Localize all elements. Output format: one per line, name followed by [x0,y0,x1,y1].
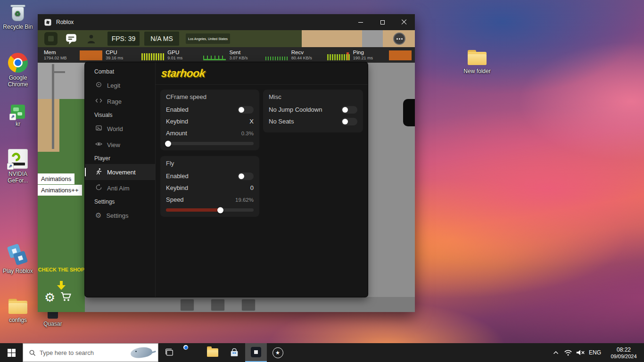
folder-icon [8,299,28,315]
shop-cart-icon[interactable] [60,291,72,304]
store-bag-icon [230,348,239,357]
search-highlight-image[interactable] [128,345,156,361]
tray-clock[interactable]: 08:22 09/09/2024 [603,343,644,362]
tray-show-hidden-icons[interactable] [550,343,562,362]
desktop-icon-configs[interactable]: configs [0,296,36,324]
game-viewport: Animations Animations++ CHECK THE SHOP F… [38,30,415,312]
desktop-icon-label: Quasar [43,321,62,328]
fly-speed-slider[interactable] [166,208,254,212]
taskbar-quasar-button[interactable] [267,343,289,362]
desktop-icon-new-folder[interactable]: New folder [459,47,495,75]
clock-date: 09/09/2024 [611,354,636,359]
sidebar-item-movement[interactable]: Movement [85,164,155,180]
sidebar-item-view[interactable]: View [85,137,155,153]
window-titlebar: Roblox [38,14,415,30]
ping-graph [388,49,413,61]
group-title: Misc [269,93,357,100]
no-jump-cooldown-toggle[interactable] [341,106,357,114]
game-scene-sky-patch [362,30,383,47]
sidebar-section-settings: Settings [85,196,155,207]
tray-language-indicator[interactable]: ENG [586,343,603,362]
wifi-icon [564,349,572,356]
roblox-window: Roblox Animations Animations [38,14,415,312]
minimize-button[interactable] [350,14,372,30]
maximize-button[interactable] [372,14,393,30]
sidebar-item-rage[interactable]: Rage [85,93,155,109]
roblox-app-icon [44,19,51,26]
recycle-bin-icon [11,4,25,22]
performance-bar: Mem1794.02 MB CPU39.16 ms GPU9.01 ms Sen… [38,47,415,63]
nvidia-icon [8,149,28,169]
search-input[interactable] [40,349,128,356]
desktop-icon-label: kr [16,121,20,128]
metric-mem: Mem1794.02 MB [44,49,106,61]
game-settings-gear-icon[interactable] [44,291,55,304]
mem-graph [79,49,103,61]
taskbar-search-box[interactable] [23,343,158,362]
desktop-icon-nvidia-geforce[interactable]: NVIDIA GeFor... [0,149,36,184]
desktop-icon-play-roblox[interactable]: Play Roblox [0,244,36,275]
clock-time: 08:22 [617,346,631,353]
desktop-icon-kr[interactable]: kr [0,105,36,128]
start-button[interactable] [0,343,23,362]
hotbar-slot[interactable] [241,299,256,311]
tray-network-button[interactable] [562,343,574,362]
chat-icon[interactable] [65,33,77,47]
desktop-icon-google-chrome[interactable]: Google Chrome [0,53,36,88]
cpu-graph [140,49,165,61]
game-scene-lamp-pole [52,64,54,149]
volume-muted-icon [576,349,585,356]
gear-icon [95,212,101,219]
task-view-icon [165,348,174,357]
desktop-icon-recycle-bin[interactable]: Recycle Bin [0,4,36,31]
ping-ms-badge: N/A MS [144,32,179,46]
cframe-amount-value: 0.3% [241,131,254,136]
cframe-keybind-value[interactable]: X [249,118,254,125]
desktop-icon-label: New folder [463,68,490,75]
cheat-header: starhook [156,62,368,85]
hotbar-slot[interactable] [211,299,225,311]
hotbar-slot[interactable] [180,299,194,311]
taskbar-roblox-active-button[interactable] [245,343,267,362]
world-frame-icon [95,124,102,133]
metric-cpu: CPU39.16 ms [106,49,167,61]
close-button[interactable] [393,14,415,30]
kr-icon [11,105,25,119]
task-view-button[interactable] [158,343,180,362]
taskbar: ENG 08:22 09/09/2024 [0,343,644,362]
windows-logo-icon [8,349,16,357]
sidebar-item-legit[interactable]: Legit [85,77,155,93]
group-fly: Fly Enabled Keybind 0 Sp [160,156,259,217]
chrome-icon [8,53,28,73]
more-options-button[interactable] [393,33,405,45]
screen: Recycle Bin Google Chrome kr NVIDIA GeFo… [0,0,644,362]
metric-recv: Recv80.44 KB/s [291,49,353,61]
recv-graph [326,49,351,61]
maximize-icon [380,20,385,25]
sidebar-item-world[interactable]: World [85,121,155,137]
taskbar-file-explorer-button[interactable] [202,343,223,362]
sidebar-item-settings[interactable]: Settings [85,207,155,223]
fly-keybind-value[interactable]: 0 [250,184,254,191]
taskbar-store-button[interactable] [223,343,245,362]
fly-enabled-toggle[interactable] [238,173,254,180]
group-misc: Misc No Jump Cooldown No Seats [263,90,363,132]
no-seats-toggle[interactable] [341,118,357,125]
metric-gpu: GPU9.01 ms [167,49,229,61]
side-panel-handle[interactable] [403,99,415,126]
avatar-icon[interactable] [86,33,97,46]
slider-knob[interactable] [165,140,171,147]
sidebar-section-visuals: Visuals [85,109,155,121]
desktop-icon-label: Google Chrome [0,75,36,88]
slider-knob[interactable] [217,207,223,213]
cframe-amount-slider[interactable] [166,142,254,145]
overlay-menu-button[interactable] [44,32,58,45]
starhook-logo: starhook [161,67,206,80]
sidebar-section-player: Player [85,153,155,164]
tray-volume-button[interactable] [574,343,586,362]
cframe-enabled-toggle[interactable] [238,106,254,114]
taskbar-chrome-button[interactable] [180,343,202,362]
fly-speed-value: 19.62% [235,197,254,203]
sent-graph [264,49,289,61]
sidebar-item-anti-aim[interactable]: Anti Aim [85,180,155,196]
